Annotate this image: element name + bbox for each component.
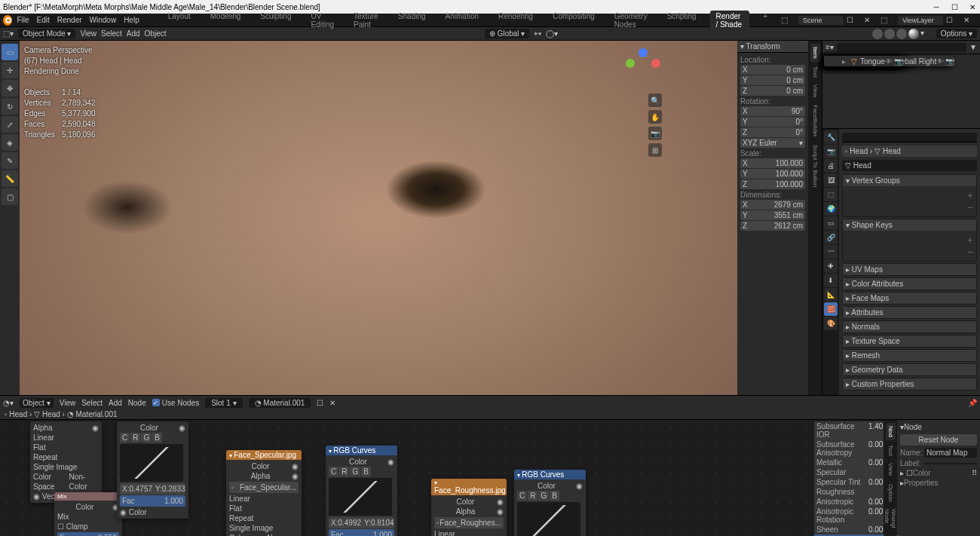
- material-new-icon[interactable]: ☐: [317, 399, 323, 407]
- material-name-field[interactable]: ◔ Material.001: [249, 398, 311, 408]
- tab-render-shade[interactable]: Render / Shade: [710, 11, 750, 30]
- tool-select[interactable]: ▭: [2, 44, 18, 60]
- menu-render[interactable]: Render: [57, 16, 82, 24]
- node-rgbcurves-2[interactable]: ▾ RGB Curves Color ◉ CRGB X:0.4992Y:0.81…: [326, 446, 397, 536]
- ntab-facebuilder[interactable]: FaceBuilder: [810, 102, 820, 140]
- tab-geonodes[interactable]: Geometry Nodes: [608, 11, 654, 30]
- nstab-wrangler[interactable]: Node Wrangl: [882, 506, 899, 531]
- node-canvas[interactable]: Alpha◉ Linear Flat Repeat Single Image C…: [0, 420, 980, 536]
- node-mix[interactable]: Mix Color ◉ Mix ☐ Clamp Fac0.556 ◉ Color…: [54, 492, 122, 536]
- header-add[interactable]: Add: [127, 29, 140, 38]
- header-select[interactable]: Select: [101, 29, 122, 38]
- prop-tab-0[interactable]: 🔧: [824, 130, 838, 144]
- node-image-scatter[interactable]: Alpha◉ Linear Flat Repeat Single Image C…: [30, 421, 102, 503]
- node-image-roughness[interactable]: ▾ Face_Roughness.jpg Color ◉ Alpha ◉ ▫Fa…: [431, 479, 507, 536]
- tab-animation[interactable]: Animation: [439, 11, 485, 30]
- tool-addcube[interactable]: ▢: [2, 188, 18, 205]
- orientation-selector[interactable]: ⊕ Global ▾: [485, 29, 529, 38]
- scene-new-icon[interactable]: ☐: [847, 16, 853, 24]
- reset-node-button[interactable]: Reset Node: [900, 434, 977, 446]
- pan-icon[interactable]: ✋: [648, 110, 662, 124]
- shading-wireframe[interactable]: [872, 29, 883, 39]
- remove-icon[interactable]: −: [967, 201, 973, 213]
- tool-scale[interactable]: ⤢: [2, 116, 18, 133]
- menu-file[interactable]: File: [17, 16, 29, 24]
- prop-tab-13[interactable]: 🎨: [824, 317, 838, 330]
- nav-gizmo[interactable]: [624, 48, 662, 86]
- tab-compositing[interactable]: Compositing: [547, 11, 601, 30]
- prop-tab-6[interactable]: ▭: [824, 216, 838, 230]
- prop-tab-7[interactable]: 🔗: [824, 231, 838, 244]
- ntab-tool[interactable]: Tool: [810, 63, 820, 81]
- prop-tab-2[interactable]: 🖨: [824, 159, 838, 173]
- prop-tab-8[interactable]: 〰: [824, 245, 838, 259]
- node-rgbcurves-1[interactable]: Color ◉ CRGB X:0.4757Y:0.2833 Fac1.000 ◉…: [117, 421, 188, 519]
- rotation-y[interactable]: Y0°: [740, 117, 805, 127]
- scene-field[interactable]: Scene: [798, 16, 844, 25]
- tab-rendering[interactable]: Rendering: [492, 11, 539, 30]
- tool-rotate[interactable]: ↻: [2, 98, 18, 115]
- prop-tab-12[interactable]: 🧱: [824, 302, 838, 316]
- editor-type-icon[interactable]: ⬚▾: [3, 29, 14, 38]
- options-dropdown[interactable]: Options ▾: [936, 29, 977, 38]
- toggle-visible[interactable]: 👁: [885, 57, 893, 66]
- ntab-item[interactable]: Item: [810, 44, 820, 62]
- perspective-icon[interactable]: ⊞: [648, 143, 662, 157]
- axis-x-icon[interactable]: [651, 59, 660, 68]
- tool-measure[interactable]: 📏: [2, 170, 18, 187]
- node-color-row[interactable]: ▸ ☐ Color⠿: [900, 469, 977, 477]
- toggle-visible[interactable]: 👁: [936, 57, 944, 66]
- outliner-filter-icon[interactable]: ▼: [969, 43, 977, 51]
- nstab-view[interactable]: View: [886, 460, 896, 479]
- location-x[interactable]: X0 cm: [740, 65, 805, 75]
- tab-layout[interactable]: Layout: [162, 11, 197, 30]
- toggle-render[interactable]: 📷: [894, 57, 902, 66]
- viewlayer-del-icon[interactable]: ✕: [963, 16, 969, 24]
- menu-help[interactable]: Help: [124, 16, 139, 24]
- scene-browse-icon[interactable]: ⬚: [781, 16, 788, 24]
- scale-x[interactable]: X100.000: [740, 158, 805, 168]
- outliner-search[interactable]: [837, 43, 966, 52]
- tab-add[interactable]: +: [757, 11, 773, 30]
- shading-material[interactable]: [896, 29, 907, 39]
- node-node[interactable]: Node: [128, 399, 146, 407]
- minimize-button[interactable]: ─: [932, 3, 941, 11]
- dimension-x[interactable]: X2679 cm: [740, 200, 805, 210]
- node-rgbcurves-3[interactable]: ▾ RGB Curves Color ◉ CRGB X:0.3838Y:0.25…: [514, 470, 586, 536]
- rotation-z[interactable]: Z0°: [740, 127, 805, 137]
- prop-tab-3[interactable]: 🖼: [824, 173, 838, 187]
- tool-move[interactable]: ✥: [2, 80, 18, 96]
- tab-sculpting[interactable]: Sculpting: [254, 11, 297, 30]
- location-y[interactable]: Y0 cm: [740, 75, 805, 85]
- nstab-node[interactable]: Nod: [886, 423, 896, 440]
- shading-solid[interactable]: [884, 29, 895, 39]
- scale-z[interactable]: Z100.000: [740, 179, 805, 189]
- prop-tab-10[interactable]: ⬇: [824, 274, 838, 287]
- transform-header[interactable]: ▾ Transform: [737, 41, 808, 53]
- add-icon[interactable]: +: [967, 234, 973, 246]
- prop-tab-1[interactable]: 📷: [824, 145, 838, 158]
- node-properties-row[interactable]: ▸ Properties: [900, 479, 977, 487]
- add-icon[interactable]: +: [967, 189, 973, 201]
- nstab-script[interactable]: Script To Butto: [879, 532, 902, 536]
- blender-logo-icon[interactable]: [3, 15, 12, 26]
- node-image-specular[interactable]: ▾ Face_Specular.jpg Color ◉ Alpha ◉ ▫Fac…: [226, 450, 302, 536]
- viewport-3d[interactable]: Radius 25 Camera Perspective (67) Head |…: [20, 41, 737, 395]
- dimension-y[interactable]: Y3551 cm: [740, 210, 805, 220]
- prop-tab-9[interactable]: ✚: [824, 259, 838, 273]
- node-principled-bsdf[interactable]: Subsurface IOR1.400Subsurface Anisotropy…: [814, 421, 890, 536]
- node-crumb[interactable]: ▫ Head › ▽ Head › ◔ Material.001: [5, 410, 118, 418]
- zoom-icon[interactable]: 🔍: [648, 93, 662, 107]
- rotation-x[interactable]: X90°: [740, 106, 805, 116]
- material-unlink-icon[interactable]: ✕: [329, 399, 335, 407]
- proportional-icon[interactable]: ◯▾: [546, 29, 558, 38]
- shading-dropdown[interactable]: ▾: [920, 29, 924, 39]
- close-button[interactable]: ✕: [968, 3, 977, 11]
- tool-transform[interactable]: ◈: [2, 134, 18, 151]
- menu-window[interactable]: Window: [90, 16, 117, 24]
- location-z[interactable]: Z0 cm: [740, 86, 805, 96]
- mesh-name-field[interactable]: ▽ Head: [842, 160, 977, 171]
- axis-y-icon[interactable]: [626, 59, 635, 68]
- mode-selector[interactable]: Object Mode ▾: [18, 29, 75, 38]
- toggle-render[interactable]: 📷: [945, 57, 953, 66]
